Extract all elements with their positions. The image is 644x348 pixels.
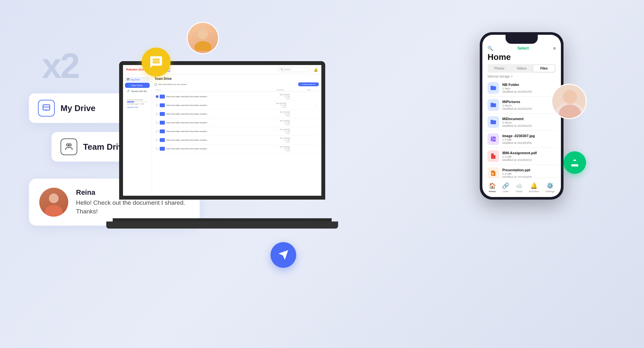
file-meta: 5 itemsModified at 2023/02/20: [502, 121, 556, 127]
list-item[interactable]: MiPictures 2 itemsModified at 2023/02/03: [486, 97, 558, 114]
row-name: Team Drive folder nameTeam Drive folder …: [166, 130, 249, 132]
row-more-icon[interactable]: ⋮: [314, 104, 317, 107]
phone-nav-cloud[interactable]: ☁️ Cloud: [516, 182, 523, 193]
phone-tab-videos[interactable]: Videos: [511, 65, 532, 72]
file-folder-icon: [488, 82, 499, 94]
phone-nav-home[interactable]: 🏠 Home: [489, 182, 496, 193]
row-name: Team Drive folder nameTeam Drive folder …: [166, 113, 249, 115]
phone-nav-links[interactable]: 🔗 Links: [502, 182, 509, 193]
phone-search-icon[interactable]: 🔍: [488, 46, 493, 51]
laptop: Rakuten Drive Transfer Cloud 🔍 Search 🔔 …: [106, 61, 338, 229]
laptop-hinge: [113, 218, 332, 221]
svg-point-3: [69, 144, 71, 146]
links-icon: 🔗: [502, 182, 509, 189]
phone-nav-activities[interactable]: 🔔 Activities: [529, 182, 539, 193]
row-checkbox[interactable]: [156, 95, 158, 98]
phone-header: 🔍 Select ≡: [482, 44, 561, 52]
row-checkbox[interactable]: [156, 130, 158, 133]
chat-avatar: [39, 188, 68, 217]
file-meta: 1 itemModified at 2023/01/05: [502, 87, 556, 93]
file-name: Presentation.ppt: [502, 168, 556, 172]
svg-point-1: [46, 110, 47, 110]
row-checkbox[interactable]: [156, 104, 158, 107]
col-name: Name: [156, 89, 241, 91]
team-drive-icon: [61, 138, 77, 155]
rd-main-title: Team Drive: [155, 77, 319, 80]
rakuten-drive-app: Rakuten Drive Transfer Cloud 🔍 Search 🔔 …: [123, 65, 321, 196]
phone-menu-icon[interactable]: ≡: [553, 46, 556, 51]
svg-point-5: [194, 41, 211, 51]
row-name: Team Drive folder nameTeam Drive folder …: [166, 96, 249, 98]
folder-icon: [160, 103, 165, 107]
rd-sidebar-my-drive[interactable]: 💾 My Drive: [125, 77, 150, 82]
phone-body: 🔍 Select ≡ Home Photos Videos Files Inte…: [480, 32, 564, 200]
list-item[interactable]: IBM-Assignment.pdf 1.3 MBModified at 202…: [486, 148, 558, 165]
row-modified: Nov 30 202212.4 MB3 files: [249, 120, 290, 126]
phone-title: Home: [482, 52, 561, 62]
rd-search[interactable]: 🔍 Search: [278, 67, 310, 72]
phone-nav-cloud-label: Cloud: [516, 190, 522, 193]
row-modified: Nov 30 202212.4 MB3 files: [249, 137, 290, 143]
folder-icon: [160, 147, 165, 151]
rd-bell-icon: 🔔: [314, 68, 318, 72]
rd-sidebar-team-drive[interactable]: 👥 Team Drive: [125, 83, 150, 88]
folder-icon: [160, 121, 165, 125]
phone: 🔍 Select ≡ Home Photos Videos Files Inte…: [480, 32, 564, 200]
file-folder-icon: [488, 116, 499, 128]
file-meta: 1.3 MBModified at 2023/03/15: [502, 155, 556, 162]
rd-view-only-checkbox[interactable]: [155, 83, 157, 86]
rd-view-only: View only folders you can access: [155, 83, 186, 86]
table-row: Team Drive folder nameTeam Drive folder …: [155, 145, 319, 153]
file-meta: 2 itemsModified at 2023/02/03: [502, 104, 556, 110]
rd-body: 💾 My Drive 👥 Team Drive 🔗 Shared with Me…: [123, 74, 321, 196]
phone-tab-photos[interactable]: Photos: [488, 65, 510, 72]
my-drive-label: My Drive: [61, 103, 95, 113]
phone-select-button[interactable]: Select: [517, 46, 529, 51]
phone-nav-settings[interactable]: ⚙️ Settings: [545, 182, 554, 193]
row-checkbox[interactable]: [156, 121, 158, 124]
row-checkbox[interactable]: [156, 147, 158, 150]
activities-icon: 🔔: [530, 182, 537, 189]
list-item[interactable]: Image -0230307.jpg 1.3 MBModified at 202…: [486, 131, 558, 148]
phone-notch: [506, 35, 538, 44]
laptop-screen: Rakuten Drive Transfer Cloud 🔍 Search 🔔 …: [119, 61, 325, 200]
row-checkbox[interactable]: [156, 113, 158, 115]
my-drive-icon: [38, 100, 55, 117]
file-info: MiDocument 5 itemsModified at 2023/02/20: [502, 117, 556, 127]
col-size: Size ↓: [284, 89, 312, 91]
file-meta: 1.3 MBModified at 2023/04/05: [502, 172, 556, 178]
table-row: Team Drive folder nameTeam Drive folder …: [155, 136, 319, 145]
phone-file-list: NB Folder 1 itemModified at 2023/01/05 M…: [482, 80, 561, 178]
rd-create-btn[interactable]: + Create team fo...: [298, 82, 319, 86]
phone-breadcrumb[interactable]: Internal storage >: [482, 75, 561, 80]
phone-tab-files[interactable]: Files: [533, 65, 555, 72]
row-modified: Nov 30 202212.4 MB3 files: [249, 146, 290, 152]
phone-nav-links-label: Links: [503, 190, 509, 193]
rd-sidebar: 💾 My Drive 👥 Team Drive 🔗 Shared with Me…: [123, 74, 152, 196]
folder-icon: [160, 129, 165, 133]
file-name: NB Folder: [502, 83, 556, 87]
phone-tabs: Photos Videos Files: [488, 64, 556, 73]
table-row: Team Drive folder nameTeam Drive folder …: [155, 118, 319, 127]
folder-icon: [160, 95, 165, 99]
phone-screen: 🔍 Select ≡ Home Photos Videos Files Inte…: [482, 35, 561, 197]
list-item[interactable]: Presentation.ppt 1.3 MBModified at 2023/…: [486, 165, 558, 178]
file-info: Image -0230307.jpg 1.3 MBModified at 202…: [502, 134, 556, 145]
settings-icon: ⚙️: [546, 182, 554, 189]
file-info: Presentation.ppt 1.3 MBModified at 2023/…: [502, 168, 556, 178]
rd-sidebar-shared[interactable]: 🔗 Shared with Me: [125, 89, 150, 94]
rd-table-header: Name Modified Size ↓: [155, 88, 319, 92]
file-name: MiDocument: [502, 117, 556, 121]
row-modified: Nov 30 202212.4 MB3 files: [249, 111, 290, 117]
home-icon: 🏠: [489, 182, 496, 189]
phone-nav-activities-label: Activities: [529, 190, 539, 193]
row-checkbox[interactable]: [156, 139, 158, 141]
list-item[interactable]: MiDocument 5 itemsModified at 2023/02/20: [486, 114, 558, 131]
table-row: Team Drive folder nameTeam Drive folder …: [155, 101, 319, 110]
row-name: Team Drive folder nameTeam Drive folder …: [166, 148, 249, 150]
upload-fab-button[interactable]: [564, 151, 586, 174]
send-button[interactable]: [270, 242, 296, 268]
list-item[interactable]: NB Folder 1 itemModified at 2023/01/05: [486, 80, 558, 97]
phone-nav-settings-label: Settings: [545, 190, 554, 193]
svg-point-4: [198, 29, 208, 39]
